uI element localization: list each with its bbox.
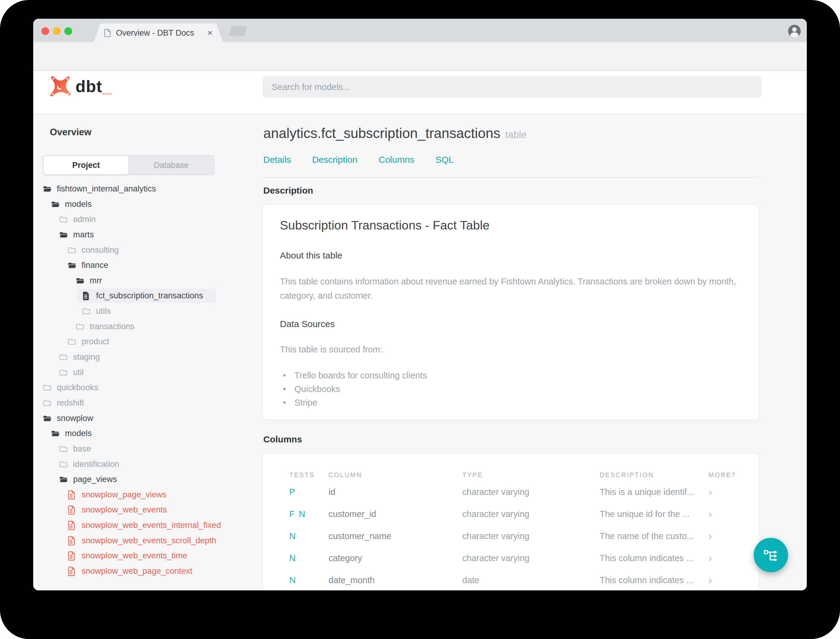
column-row-id[interactable]: Pidcharacter varyingThis is a unique ide… (263, 481, 759, 503)
profile-avatar-icon[interactable] (788, 24, 801, 38)
dbt-logo-icon (50, 76, 71, 97)
tree-item-utils[interactable]: utils (33, 304, 229, 319)
column-row-customer_name[interactable]: Ncustomer_namecharacter varyingThe name … (263, 525, 759, 547)
bullet-icon: • (283, 396, 294, 410)
tree-item-fct_subscription_transactions[interactable]: fct_subscription_transactions (33, 288, 229, 303)
tab-close-icon[interactable]: × (207, 29, 213, 37)
model-file-error-icon (67, 521, 77, 530)
column-type: date (462, 575, 600, 585)
model-nav-description[interactable]: Description (312, 155, 357, 165)
tree-item-redshift[interactable]: redshift (33, 395, 229, 410)
search-input[interactable] (263, 76, 762, 98)
tree-item-fishtown_internal_analytics[interactable]: fishtown_internal_analytics (33, 181, 229, 196)
tree-item-label: admin (73, 212, 96, 227)
folder-open-icon (59, 475, 68, 484)
folder-closed-icon (81, 307, 91, 316)
tree-item-snowplow[interactable]: snowplow (33, 411, 229, 426)
tree-item-snowplow_web_events_internal_fixed[interactable]: snowplow_web_events_internal_fixed (33, 518, 229, 533)
page-favicon-icon (104, 29, 111, 37)
new-tab-button[interactable] (229, 26, 247, 36)
model-nav-sql[interactable]: SQL (435, 155, 454, 165)
column-header-column: COLUMN (329, 471, 462, 479)
data-source-label: Quickbooks (294, 382, 340, 396)
tree-item-base[interactable]: base (33, 441, 229, 456)
tree-item-snowplow_web_events_time[interactable]: snowplow_web_events_time (33, 548, 229, 563)
tree-item-page_views[interactable]: page_views (33, 472, 229, 487)
tree-item-label: utils (96, 304, 111, 319)
column-description: This is a unique identif... (600, 487, 708, 497)
tab-title: Overview - DBT Docs (116, 29, 194, 38)
tree-item-label: staging (73, 350, 100, 364)
tree-item-admin[interactable]: admin (33, 212, 229, 227)
tree-item-identification[interactable]: identification (33, 456, 229, 472)
window-close-button[interactable] (41, 27, 49, 35)
tree-item-consulting[interactable]: consulting (33, 243, 229, 258)
model-file-error-icon (67, 536, 77, 546)
expand-row-chevron-icon[interactable]: › (708, 509, 759, 520)
model-file-error-icon (67, 505, 77, 515)
model-nav-columns[interactable]: Columns (379, 155, 414, 165)
tree-item-transactions[interactable]: transactions (33, 319, 229, 334)
tree-item-models[interactable]: models (33, 426, 229, 441)
page-body: Overview Project Database fishtown_inter… (33, 114, 807, 590)
columns-table-header: TESTSCOLUMNTYPEDESCRIPTIONMORE? (263, 469, 759, 481)
model-file-error-icon (67, 551, 77, 561)
tree-item-label: product (81, 334, 109, 349)
tree-item-snowplow_page_views[interactable]: snowplow_page_views (33, 487, 229, 502)
expand-row-chevron-icon[interactable]: › (708, 531, 759, 542)
dbt-logo[interactable]: dbt_ (50, 76, 111, 97)
tree-item-snowplow_web_events_scroll_depth[interactable]: snowplow_web_events_scroll_depth (33, 533, 229, 548)
column-name: customer_id (329, 509, 462, 519)
doc-title: Subscription Transactions - Fact Table (280, 218, 489, 232)
expand-row-chevron-icon[interactable]: › (708, 575, 759, 586)
column-type: character varying (462, 509, 600, 519)
dbt-logo-text: dbt (76, 77, 102, 96)
lineage-graph-button[interactable] (754, 538, 788, 572)
model-name: analytics.fct_subscription_transactions (263, 125, 500, 141)
tree-item-label: mrr (90, 273, 102, 288)
columns-table-body: Pidcharacter varyingThis is a unique ide… (263, 481, 759, 590)
column-tests-badges: N (289, 575, 329, 585)
tree-item-staging[interactable]: staging (33, 350, 229, 364)
folder-closed-icon (59, 459, 68, 469)
tree-item-label: identification (73, 456, 119, 472)
tree-item-label: snowplow_web_events_time (81, 548, 187, 563)
tree-item-label: base (73, 441, 91, 456)
folder-open-icon (59, 230, 68, 240)
model-nav-details[interactable]: Details (263, 155, 291, 165)
data-source-item: •Stripe (283, 396, 427, 410)
window-minimize-button[interactable] (53, 27, 61, 35)
window-zoom-button[interactable] (64, 27, 72, 35)
column-tests-badges: F N (289, 509, 329, 519)
expand-row-chevron-icon[interactable]: › (708, 553, 759, 564)
column-header-type: TYPE (462, 471, 600, 479)
column-tests-badges: P (289, 487, 329, 497)
tree-item-label: transactions (90, 319, 134, 334)
column-name: date_month (329, 575, 462, 585)
tree-item-snowplow_web_events[interactable]: snowplow_web_events (33, 502, 229, 517)
tree-item-label: finance (81, 258, 108, 273)
tree-item-snowplow_web_page_context[interactable]: snowplow_web_page_context (33, 564, 229, 579)
tree-item-product[interactable]: product (33, 334, 229, 349)
tree-item-models[interactable]: models (33, 197, 229, 212)
column-name: customer_name (329, 531, 462, 541)
description-card: Subscription Transactions - Fact Table A… (263, 205, 759, 420)
data-source-label: Trello boards for consulting clients (294, 369, 427, 382)
column-row-date_month[interactable]: Ndate_monthdateThis column indicates ...… (263, 569, 759, 590)
expand-row-chevron-icon[interactable]: › (708, 487, 759, 498)
data-source-item: •Trello boards for consulting clients (283, 369, 427, 382)
column-row-category[interactable]: Ncategorycharacter varyingThis column in… (263, 547, 759, 569)
tree-item-label: snowplow_web_events (81, 502, 167, 517)
browser-tab[interactable]: Overview - DBT Docs × (94, 24, 223, 42)
folder-closed-icon (59, 444, 68, 454)
data-source-label: Stripe (294, 396, 318, 410)
tree-item-mrr[interactable]: mrr (33, 273, 229, 288)
tree-item-finance[interactable]: finance (33, 258, 229, 273)
tree-item-marts[interactable]: marts (33, 227, 229, 242)
data-sources-list: •Trello boards for consulting clients•Qu… (283, 369, 427, 410)
tree-item-quickbooks[interactable]: quickbooks (33, 380, 229, 395)
folder-open-icon (42, 414, 52, 423)
column-row-customer_id[interactable]: F Ncustomer_idcharacter varyingThe uniqu… (263, 503, 759, 525)
nav-divider (263, 177, 759, 178)
tree-item-util[interactable]: util (33, 365, 229, 380)
